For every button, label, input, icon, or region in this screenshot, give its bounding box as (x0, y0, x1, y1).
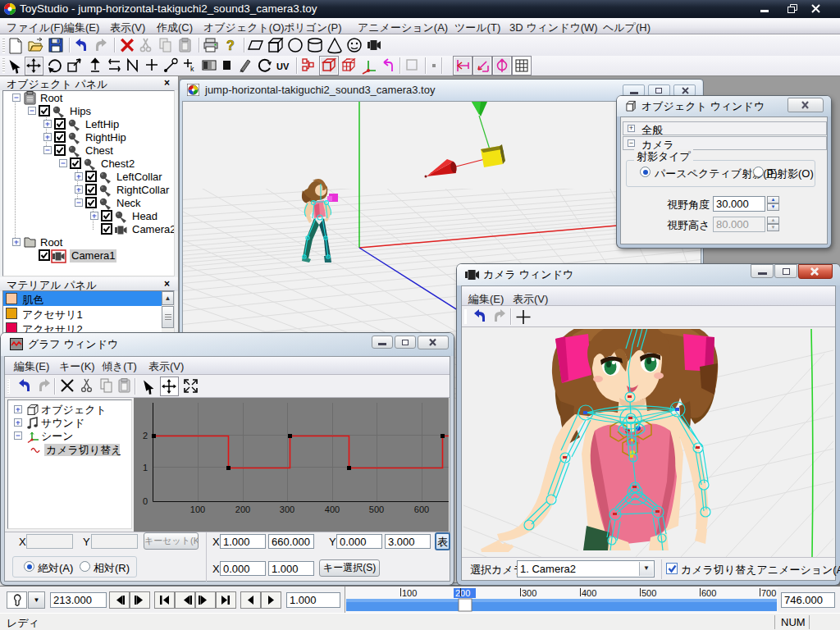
svg-text:100: 100 (190, 504, 205, 514)
svg-text:2: 2 (143, 431, 148, 441)
svg-text:700: 700 (761, 588, 776, 598)
svg-text:600: 600 (414, 504, 429, 514)
svg-text:200: 200 (455, 588, 470, 598)
svg-text:1: 1 (143, 463, 148, 472)
svg-text:200: 200 (235, 504, 250, 514)
svg-text:500: 500 (369, 504, 384, 514)
svg-text:400: 400 (325, 504, 340, 514)
svg-text:k: k (190, 65, 194, 73)
svg-text:100: 100 (402, 588, 417, 598)
svg-text:300: 300 (280, 504, 294, 514)
svg-text:?: ? (226, 39, 235, 52)
svg-text:500: 500 (641, 588, 656, 598)
svg-text:UV: UV (276, 62, 290, 71)
svg-text:400: 400 (582, 588, 596, 598)
svg-text:300: 300 (522, 588, 536, 598)
svg-text:0: 0 (143, 496, 148, 506)
svg-text:600: 600 (701, 588, 716, 598)
